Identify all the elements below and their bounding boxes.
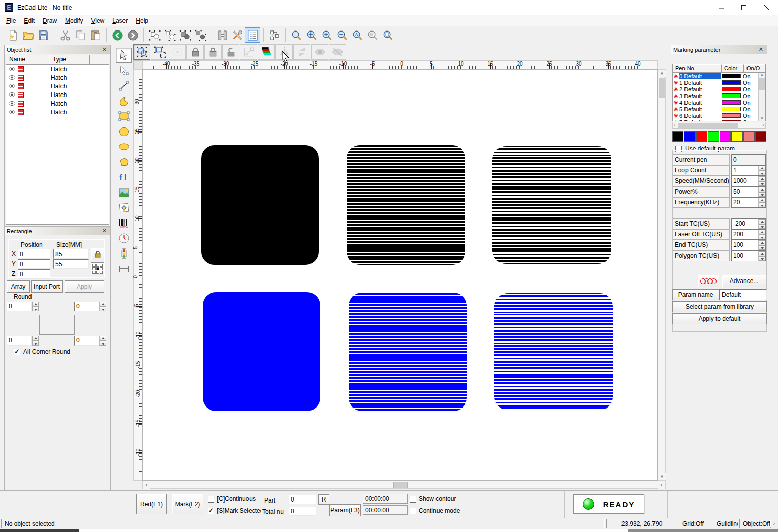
pen-on-state[interactable]: On xyxy=(743,93,756,99)
pen-label[interactable]: 7 Default xyxy=(679,119,721,122)
ready-indicator[interactable]: READY xyxy=(573,494,644,514)
pen-on-state[interactable]: On xyxy=(743,106,756,112)
spinner-up[interactable] xyxy=(759,240,765,245)
image-tool[interactable] xyxy=(116,185,132,200)
redo-button[interactable] xyxy=(125,27,140,43)
dimension-tool[interactable] xyxy=(116,261,132,276)
color-column[interactable]: Color xyxy=(722,64,744,73)
param-spinner[interactable] xyxy=(758,176,765,186)
object-list-row[interactable]: Hatch xyxy=(6,73,109,82)
scroll-left-arrow[interactable]: ‹ xyxy=(143,481,150,489)
pen-on-state[interactable]: On xyxy=(743,119,756,122)
hatch-rect-5[interactable] xyxy=(349,293,467,411)
pen-on-state[interactable]: On xyxy=(743,86,756,92)
param-f3-button[interactable]: Param(F3) xyxy=(329,504,361,516)
save-button[interactable] xyxy=(36,27,51,43)
pen-row[interactable]: ✳0 DefaultOn xyxy=(673,73,765,79)
pen-on-state[interactable]: On xyxy=(743,80,756,86)
node-edit-tool[interactable] xyxy=(116,63,132,78)
param-value-field[interactable]: 1000 xyxy=(731,176,766,186)
pen-row[interactable]: ✳5 DefaultOn xyxy=(673,106,765,112)
pen-row[interactable]: ✳2 DefaultOn xyxy=(673,86,765,92)
polygon-tool[interactable] xyxy=(116,154,132,170)
marking-panel-close-icon[interactable]: ✕ xyxy=(757,46,765,53)
param-value-field[interactable]: 1 xyxy=(731,165,766,176)
zoom-page-icon[interactable] xyxy=(380,27,395,43)
pen-label[interactable]: 2 Default xyxy=(679,86,721,92)
move-scale-tool[interactable] xyxy=(133,44,150,60)
on-off-column[interactable]: On/O xyxy=(744,64,765,73)
menu-edit[interactable]: Edit xyxy=(20,16,39,25)
mirror-vertical-button[interactable] xyxy=(293,44,310,60)
param-spinner[interactable] xyxy=(758,240,765,250)
param-spinner[interactable] xyxy=(758,187,765,197)
pen-label[interactable]: 6 Default xyxy=(679,113,721,119)
hatch-rect-2[interactable] xyxy=(347,145,465,265)
spinner-up[interactable] xyxy=(759,187,765,192)
object-list-close-icon[interactable]: ✕ xyxy=(101,46,108,53)
uncombine-icon[interactable] xyxy=(193,27,208,43)
copy-button[interactable] xyxy=(73,27,88,43)
param-value[interactable]: 50 xyxy=(732,187,758,197)
spinner-down[interactable] xyxy=(759,224,765,229)
round-top-right-spinner[interactable]: 0 xyxy=(74,302,106,311)
all-corner-round-checkbox[interactable] xyxy=(14,349,20,355)
circle-tool[interactable] xyxy=(116,124,132,139)
palette-swatch[interactable] xyxy=(696,131,707,142)
spinner-down[interactable] xyxy=(759,192,765,197)
pen-row[interactable]: ✳7 DefaultOn xyxy=(673,119,765,121)
r-button[interactable]: R xyxy=(318,494,329,505)
spinner-down[interactable] xyxy=(759,171,765,176)
parameter-list-button[interactable] xyxy=(245,27,260,43)
pen-on-state[interactable]: On xyxy=(743,73,756,79)
round-bottom-left-spinner[interactable]: 0 xyxy=(7,336,39,346)
show-all-eye-button[interactable] xyxy=(311,44,328,60)
param-value-field[interactable]: 20 xyxy=(731,197,766,208)
spinner-up[interactable] xyxy=(759,176,765,181)
hatch-rect-4[interactable] xyxy=(203,292,320,411)
param-value[interactable]: 0 xyxy=(732,155,765,165)
pen-color-swatch[interactable] xyxy=(722,107,741,111)
zoom-grid-icon[interactable] xyxy=(365,27,380,43)
pen-color-swatch[interactable] xyxy=(722,100,741,105)
object-list-row[interactable]: Hatch xyxy=(6,65,109,73)
object-list-row[interactable]: Hatch xyxy=(6,108,109,116)
mark-f2-button[interactable]: Mark(F2) xyxy=(172,494,203,514)
ellipse-tool[interactable] xyxy=(116,139,132,154)
spinner-up[interactable] xyxy=(759,251,765,256)
pen-label[interactable]: 4 Default xyxy=(679,100,721,106)
size-input-tool[interactable] xyxy=(169,44,186,60)
vertical-scroll-thumb[interactable] xyxy=(659,78,665,98)
pen-label[interactable]: 5 Default xyxy=(679,106,721,112)
pen-color-swatch[interactable] xyxy=(722,120,741,121)
pen-table-vscrollbar[interactable]: ˄˅ xyxy=(758,73,765,121)
continue-mode-row[interactable]: Continue mode xyxy=(410,507,460,514)
param-value-field[interactable]: 200 xyxy=(731,229,766,240)
paste-button[interactable] xyxy=(88,27,103,43)
horizontal-scrollbar[interactable]: ‹ › xyxy=(142,481,666,489)
all-corner-round-row[interactable]: All Corner Round xyxy=(14,348,70,355)
vertical-scrollbar[interactable]: ˄ ˅ xyxy=(658,69,666,481)
pen-color-swatch[interactable] xyxy=(722,93,741,98)
object-list-body[interactable]: HatchHatchHatchHatchHatchHatch xyxy=(6,64,109,225)
menu-file[interactable]: File xyxy=(2,16,20,25)
vector-file-tool[interactable] xyxy=(116,200,132,215)
pen-label[interactable]: 3 Default xyxy=(679,93,721,99)
continuous-row[interactable]: [C]Continuous xyxy=(208,495,263,503)
pen-color-swatch[interactable] xyxy=(722,113,741,118)
resize-grip[interactable] xyxy=(770,521,777,528)
palette-swatch[interactable] xyxy=(684,131,695,142)
zoom-in-icon[interactable] xyxy=(319,27,334,43)
hatch-rect-3[interactable] xyxy=(492,146,611,264)
spinner-up[interactable] xyxy=(759,198,765,203)
line-tool[interactable] xyxy=(116,78,132,93)
pen-color-list-button[interactable] xyxy=(258,44,275,60)
open-file-button[interactable] xyxy=(20,27,36,43)
param-name-button[interactable]: Param name xyxy=(672,289,719,300)
close-button[interactable] xyxy=(755,0,778,15)
select-tool[interactable] xyxy=(116,48,132,63)
continue-mode-checkbox[interactable] xyxy=(410,508,416,514)
pen-vscroll-thumb[interactable] xyxy=(759,78,765,90)
pen-no-column[interactable]: Pen No. xyxy=(673,64,722,73)
barcode-tool[interactable]: 01234 xyxy=(116,215,132,231)
